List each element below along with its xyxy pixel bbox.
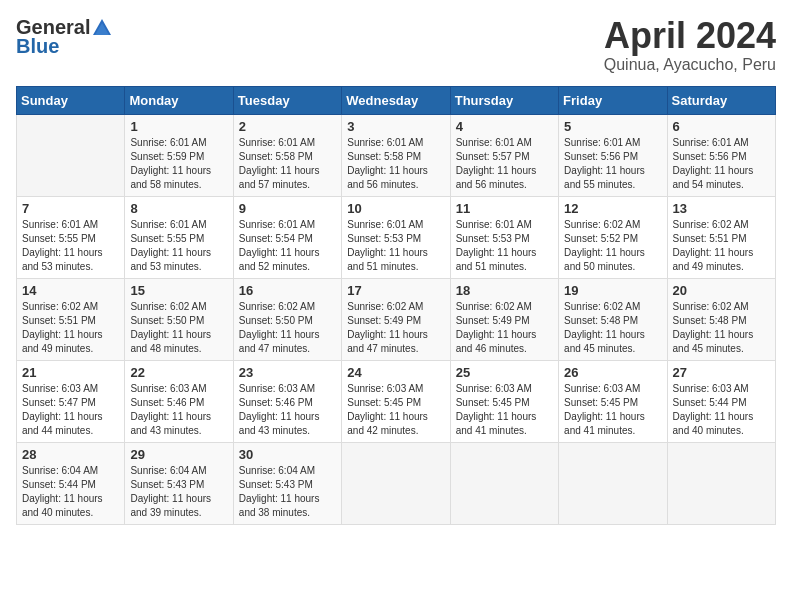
calendar-cell: 7 Sunrise: 6:01 AMSunset: 5:55 PMDayligh…: [17, 196, 125, 278]
day-info: Sunrise: 6:01 AMSunset: 5:55 PMDaylight:…: [22, 219, 103, 272]
day-number: 20: [673, 283, 770, 298]
logo-blue-text: Blue: [16, 35, 59, 58]
day-number: 9: [239, 201, 336, 216]
calendar-cell: 21 Sunrise: 6:03 AMSunset: 5:47 PMDaylig…: [17, 360, 125, 442]
day-info: Sunrise: 6:01 AMSunset: 5:56 PMDaylight:…: [673, 137, 754, 190]
day-number: 15: [130, 283, 227, 298]
page-header: General Blue April 2024 Quinua, Ayacucho…: [16, 16, 776, 74]
day-number: 17: [347, 283, 444, 298]
calendar-cell: 6 Sunrise: 6:01 AMSunset: 5:56 PMDayligh…: [667, 114, 775, 196]
calendar-cell: 3 Sunrise: 6:01 AMSunset: 5:58 PMDayligh…: [342, 114, 450, 196]
location-subtitle: Quinua, Ayacucho, Peru: [604, 56, 776, 74]
weekday-header-saturday: Saturday: [667, 86, 775, 114]
day-info: Sunrise: 6:03 AMSunset: 5:44 PMDaylight:…: [673, 383, 754, 436]
day-info: Sunrise: 6:02 AMSunset: 5:48 PMDaylight:…: [564, 301, 645, 354]
day-info: Sunrise: 6:03 AMSunset: 5:46 PMDaylight:…: [130, 383, 211, 436]
calendar-week-row: 7 Sunrise: 6:01 AMSunset: 5:55 PMDayligh…: [17, 196, 776, 278]
day-number: 11: [456, 201, 553, 216]
day-info: Sunrise: 6:04 AMSunset: 5:44 PMDaylight:…: [22, 465, 103, 518]
title-block: April 2024 Quinua, Ayacucho, Peru: [604, 16, 776, 74]
day-number: 27: [673, 365, 770, 380]
calendar-cell: 20 Sunrise: 6:02 AMSunset: 5:48 PMDaylig…: [667, 278, 775, 360]
day-info: Sunrise: 6:01 AMSunset: 5:53 PMDaylight:…: [347, 219, 428, 272]
day-number: 12: [564, 201, 661, 216]
calendar-cell: 30 Sunrise: 6:04 AMSunset: 5:43 PMDaylig…: [233, 442, 341, 524]
calendar-cell: 25 Sunrise: 6:03 AMSunset: 5:45 PMDaylig…: [450, 360, 558, 442]
weekday-header-wednesday: Wednesday: [342, 86, 450, 114]
day-number: 6: [673, 119, 770, 134]
calendar-cell: 24 Sunrise: 6:03 AMSunset: 5:45 PMDaylig…: [342, 360, 450, 442]
day-info: Sunrise: 6:01 AMSunset: 5:56 PMDaylight:…: [564, 137, 645, 190]
day-info: Sunrise: 6:02 AMSunset: 5:50 PMDaylight:…: [239, 301, 320, 354]
day-number: 26: [564, 365, 661, 380]
day-info: Sunrise: 6:01 AMSunset: 5:57 PMDaylight:…: [456, 137, 537, 190]
calendar-cell: 18 Sunrise: 6:02 AMSunset: 5:49 PMDaylig…: [450, 278, 558, 360]
day-number: 16: [239, 283, 336, 298]
logo: General Blue: [16, 16, 114, 58]
day-info: Sunrise: 6:04 AMSunset: 5:43 PMDaylight:…: [130, 465, 211, 518]
weekday-header-friday: Friday: [559, 86, 667, 114]
calendar-cell: 1 Sunrise: 6:01 AMSunset: 5:59 PMDayligh…: [125, 114, 233, 196]
weekday-header-monday: Monday: [125, 86, 233, 114]
day-number: 29: [130, 447, 227, 462]
day-info: Sunrise: 6:02 AMSunset: 5:51 PMDaylight:…: [22, 301, 103, 354]
calendar-cell: 4 Sunrise: 6:01 AMSunset: 5:57 PMDayligh…: [450, 114, 558, 196]
day-number: 10: [347, 201, 444, 216]
calendar-cell: 22 Sunrise: 6:03 AMSunset: 5:46 PMDaylig…: [125, 360, 233, 442]
calendar-week-row: 14 Sunrise: 6:02 AMSunset: 5:51 PMDaylig…: [17, 278, 776, 360]
day-info: Sunrise: 6:02 AMSunset: 5:51 PMDaylight:…: [673, 219, 754, 272]
logo-icon: [91, 17, 113, 39]
day-info: Sunrise: 6:01 AMSunset: 5:54 PMDaylight:…: [239, 219, 320, 272]
calendar-cell: 11 Sunrise: 6:01 AMSunset: 5:53 PMDaylig…: [450, 196, 558, 278]
weekday-header-sunday: Sunday: [17, 86, 125, 114]
calendar-cell: 15 Sunrise: 6:02 AMSunset: 5:50 PMDaylig…: [125, 278, 233, 360]
day-number: 22: [130, 365, 227, 380]
calendar-cell: 16 Sunrise: 6:02 AMSunset: 5:50 PMDaylig…: [233, 278, 341, 360]
calendar-cell: 17 Sunrise: 6:02 AMSunset: 5:49 PMDaylig…: [342, 278, 450, 360]
day-info: Sunrise: 6:02 AMSunset: 5:49 PMDaylight:…: [347, 301, 428, 354]
day-number: 8: [130, 201, 227, 216]
day-number: 18: [456, 283, 553, 298]
calendar-cell: [17, 114, 125, 196]
calendar-cell: 8 Sunrise: 6:01 AMSunset: 5:55 PMDayligh…: [125, 196, 233, 278]
calendar-cell: [342, 442, 450, 524]
day-number: 30: [239, 447, 336, 462]
day-number: 2: [239, 119, 336, 134]
calendar-week-row: 1 Sunrise: 6:01 AMSunset: 5:59 PMDayligh…: [17, 114, 776, 196]
calendar-cell: 19 Sunrise: 6:02 AMSunset: 5:48 PMDaylig…: [559, 278, 667, 360]
day-number: 5: [564, 119, 661, 134]
day-number: 28: [22, 447, 119, 462]
calendar-cell: [667, 442, 775, 524]
day-info: Sunrise: 6:03 AMSunset: 5:47 PMDaylight:…: [22, 383, 103, 436]
day-number: 4: [456, 119, 553, 134]
calendar-cell: 23 Sunrise: 6:03 AMSunset: 5:46 PMDaylig…: [233, 360, 341, 442]
calendar-week-row: 21 Sunrise: 6:03 AMSunset: 5:47 PMDaylig…: [17, 360, 776, 442]
calendar-week-row: 28 Sunrise: 6:04 AMSunset: 5:44 PMDaylig…: [17, 442, 776, 524]
calendar-cell: 12 Sunrise: 6:02 AMSunset: 5:52 PMDaylig…: [559, 196, 667, 278]
calendar-cell: 14 Sunrise: 6:02 AMSunset: 5:51 PMDaylig…: [17, 278, 125, 360]
day-number: 25: [456, 365, 553, 380]
calendar-table: SundayMondayTuesdayWednesdayThursdayFrid…: [16, 86, 776, 525]
day-number: 3: [347, 119, 444, 134]
day-number: 21: [22, 365, 119, 380]
day-info: Sunrise: 6:03 AMSunset: 5:45 PMDaylight:…: [347, 383, 428, 436]
calendar-cell: 5 Sunrise: 6:01 AMSunset: 5:56 PMDayligh…: [559, 114, 667, 196]
calendar-cell: 27 Sunrise: 6:03 AMSunset: 5:44 PMDaylig…: [667, 360, 775, 442]
day-info: Sunrise: 6:01 AMSunset: 5:55 PMDaylight:…: [130, 219, 211, 272]
day-number: 14: [22, 283, 119, 298]
calendar-cell: 28 Sunrise: 6:04 AMSunset: 5:44 PMDaylig…: [17, 442, 125, 524]
weekday-header-tuesday: Tuesday: [233, 86, 341, 114]
day-number: 24: [347, 365, 444, 380]
day-info: Sunrise: 6:01 AMSunset: 5:58 PMDaylight:…: [239, 137, 320, 190]
calendar-cell: [559, 442, 667, 524]
day-number: 19: [564, 283, 661, 298]
day-info: Sunrise: 6:01 AMSunset: 5:53 PMDaylight:…: [456, 219, 537, 272]
calendar-cell: 10 Sunrise: 6:01 AMSunset: 5:53 PMDaylig…: [342, 196, 450, 278]
calendar-cell: [450, 442, 558, 524]
calendar-cell: 2 Sunrise: 6:01 AMSunset: 5:58 PMDayligh…: [233, 114, 341, 196]
day-info: Sunrise: 6:04 AMSunset: 5:43 PMDaylight:…: [239, 465, 320, 518]
calendar-cell: 13 Sunrise: 6:02 AMSunset: 5:51 PMDaylig…: [667, 196, 775, 278]
calendar-cell: 26 Sunrise: 6:03 AMSunset: 5:45 PMDaylig…: [559, 360, 667, 442]
day-info: Sunrise: 6:03 AMSunset: 5:46 PMDaylight:…: [239, 383, 320, 436]
day-info: Sunrise: 6:01 AMSunset: 5:58 PMDaylight:…: [347, 137, 428, 190]
